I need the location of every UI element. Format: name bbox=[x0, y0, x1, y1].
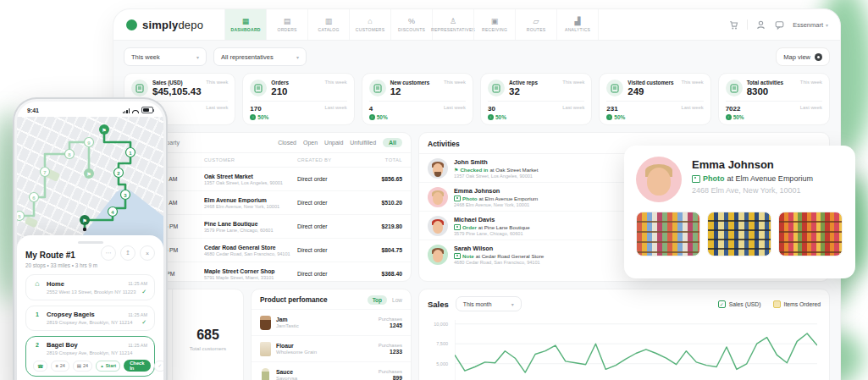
up-arrow-icon: ↑ bbox=[369, 114, 375, 120]
current-location-dot bbox=[83, 228, 86, 231]
nav-item-routes[interactable]: ▱Routes bbox=[515, 9, 556, 40]
up-arrow-icon: ↑ bbox=[250, 114, 256, 120]
share-button[interactable]: ↥ bbox=[120, 245, 135, 261]
document-icon bbox=[131, 80, 148, 96]
stop-card-home[interactable]: ⌂ Home 11:25 AM 2552 West 13 Street, Bro… bbox=[25, 274, 155, 300]
period-select[interactable]: This week▾ bbox=[124, 47, 207, 66]
start-button[interactable]: ▲Start bbox=[96, 361, 120, 372]
nav-item-discounts[interactable]: %Discounts bbox=[390, 9, 432, 40]
document-icon bbox=[488, 80, 505, 96]
up-arrow-icon: ↑ bbox=[606, 114, 612, 120]
photo-icon bbox=[692, 175, 700, 183]
sales-chart-card: Sales This month▾ ✓Sales (USD) Items Ord… bbox=[418, 289, 830, 380]
nav-item-catalog[interactable]: ▥Catalog bbox=[307, 9, 349, 40]
navigate-icon: ▲ bbox=[100, 364, 103, 368]
divider bbox=[747, 19, 748, 30]
chat-icon[interactable] bbox=[774, 19, 785, 30]
box-icon: ▤ bbox=[77, 363, 81, 368]
total-customers-label: Total customers bbox=[190, 345, 226, 351]
orders-icon: ▤ bbox=[284, 18, 291, 25]
close-button[interactable]: × bbox=[140, 245, 155, 261]
product-row[interactable]: SauceSavorysa Purchases899 bbox=[252, 361, 411, 380]
nav-item-receiving[interactable]: ▣Receiving bbox=[473, 9, 515, 40]
legend-items-ordered[interactable]: Items Ordered bbox=[773, 300, 821, 308]
tab-closed[interactable]: Closed bbox=[278, 140, 296, 146]
kpi-card-orders[interactable]: Orders210 This week 170 ↑50% Last week bbox=[242, 73, 354, 125]
document-icon bbox=[250, 80, 267, 96]
line-chart-svg bbox=[455, 320, 817, 380]
avatar bbox=[428, 245, 448, 265]
nav-item-representatives[interactable]: ♙Representatives bbox=[432, 9, 473, 40]
sheet-handle[interactable] bbox=[78, 241, 103, 244]
map-view-button[interactable]: Map view bbox=[776, 47, 830, 66]
shelf-photo[interactable] bbox=[778, 212, 843, 256]
change-badge: ↑50% bbox=[369, 114, 388, 120]
phone-mockup: 9:41 ⚑ 1 2 3 4 ⚑ bbox=[13, 97, 168, 380]
checkbox-checked-icon: ✓ bbox=[718, 300, 726, 308]
stop-card[interactable]: 1 Cropsey Bagels 11:25 AM 2819 Cropsey A… bbox=[25, 306, 155, 331]
nav-item-dashboard[interactable]: ▦Dashboard bbox=[224, 9, 266, 40]
tab-top[interactable]: Top bbox=[368, 295, 387, 305]
jam-product-image bbox=[260, 316, 271, 330]
change-badge: ↑50% bbox=[488, 114, 506, 120]
logo-bold: simply bbox=[142, 19, 178, 31]
app-logo[interactable]: simplydepo bbox=[113, 9, 216, 40]
checkbox-icon bbox=[773, 300, 781, 308]
kpi-card-visited-customers[interactable]: Visited customers249 This week 231 ↑50% … bbox=[599, 73, 710, 125]
tab-all[interactable]: All bbox=[383, 138, 402, 147]
orders-count-button[interactable]: ≡24 bbox=[51, 361, 69, 372]
tab-low[interactable]: Low bbox=[392, 297, 402, 303]
phone-status-bar: 9:41 bbox=[17, 102, 163, 117]
shelf-photo[interactable] bbox=[707, 212, 771, 256]
representatives-select[interactable]: All representatives▾ bbox=[213, 47, 307, 66]
stop-number: 1 bbox=[33, 311, 41, 317]
user-icon[interactable] bbox=[755, 19, 766, 30]
kpi-row: Sales (USD)$45,105.43 This week Last wee… bbox=[124, 73, 830, 125]
order-icon bbox=[454, 224, 461, 230]
document-icon bbox=[726, 80, 743, 96]
stop-card-active[interactable]: 2 Bagel Boy 11:25 AM 2819 Cropsey Ave, B… bbox=[25, 336, 155, 377]
nav-item-analytics[interactable]: ▟Analytics bbox=[556, 9, 599, 40]
change-badge: ↑50% bbox=[726, 114, 744, 120]
nav-items: ▦Dashboard ▤Orders ▥Catalog ⌂Customers %… bbox=[224, 9, 599, 40]
kpi-card-total-activities[interactable]: Total activities8300 This week 7022 ↑50%… bbox=[718, 73, 830, 125]
nav-item-customers[interactable]: ⌂Customers bbox=[349, 9, 390, 40]
product-row[interactable]: FloaurWholesome Grain Purchases1233 bbox=[252, 335, 411, 361]
call-button[interactable]: ☎ bbox=[33, 361, 47, 372]
check-in-button[interactable]: Check In bbox=[124, 360, 150, 372]
account-menu[interactable]: Essenmart▾ bbox=[793, 21, 828, 29]
route-bottom-sheet[interactable]: ⋯ ↥ × My Route #1 20 stops • 33 miles • … bbox=[17, 235, 163, 380]
popup-name: Emma Johnson bbox=[692, 158, 813, 171]
legend-sales[interactable]: ✓Sales (USD) bbox=[718, 300, 761, 308]
tab-unpaid[interactable]: Unpaid bbox=[324, 140, 343, 146]
more-button[interactable]: ⋯ bbox=[101, 245, 116, 261]
customers-icon: ⌂ bbox=[368, 18, 373, 25]
logo-light: depo bbox=[178, 19, 203, 31]
activity-detail-popup[interactable]: Emma Johnson Photoat Elm Avenue Emporium… bbox=[624, 146, 855, 278]
up-arrow-icon: ↑ bbox=[488, 114, 494, 120]
svg-text:⚑: ⚑ bbox=[86, 172, 91, 177]
nav-item-orders[interactable]: ▤Orders bbox=[266, 9, 307, 40]
cart-icon[interactable] bbox=[728, 19, 739, 30]
navbar-right: Essenmart▾ bbox=[728, 9, 840, 40]
check-icon: ✓ bbox=[141, 319, 147, 326]
change-badge: ↑50% bbox=[606, 114, 625, 120]
tab-unfulfilled[interactable]: Unfulfilled bbox=[350, 140, 376, 146]
tab-open[interactable]: Open bbox=[303, 140, 318, 146]
chevron-down-icon: ▾ bbox=[511, 301, 514, 307]
flag-icon: ⚑ bbox=[454, 168, 458, 173]
month-select[interactable]: This month▾ bbox=[456, 296, 522, 311]
kpi-card-new-customers[interactable]: New customers12 This week 4 ↑50% Last we… bbox=[362, 73, 473, 125]
items-count-button[interactable]: ▤24 bbox=[73, 361, 92, 372]
kpi-card-active-reps[interactable]: Active reps32 This week 30 ↑50% Last wee… bbox=[480, 73, 592, 125]
avatar bbox=[636, 157, 682, 202]
flour-product-image bbox=[260, 342, 271, 356]
done-checkbox[interactable]: ✓ bbox=[154, 361, 163, 372]
chevron-down-icon: ▾ bbox=[196, 54, 199, 60]
list-icon: ≡ bbox=[55, 363, 58, 368]
shelf-photo[interactable] bbox=[636, 212, 700, 256]
product-row[interactable]: JamJamTastic Purchases1245 bbox=[252, 309, 411, 335]
catalog-icon: ▥ bbox=[325, 18, 333, 25]
sales-chart-title: Sales bbox=[428, 300, 449, 309]
route-meta: 20 stops • 33 miles • 3 hrs 9 m bbox=[25, 262, 120, 269]
